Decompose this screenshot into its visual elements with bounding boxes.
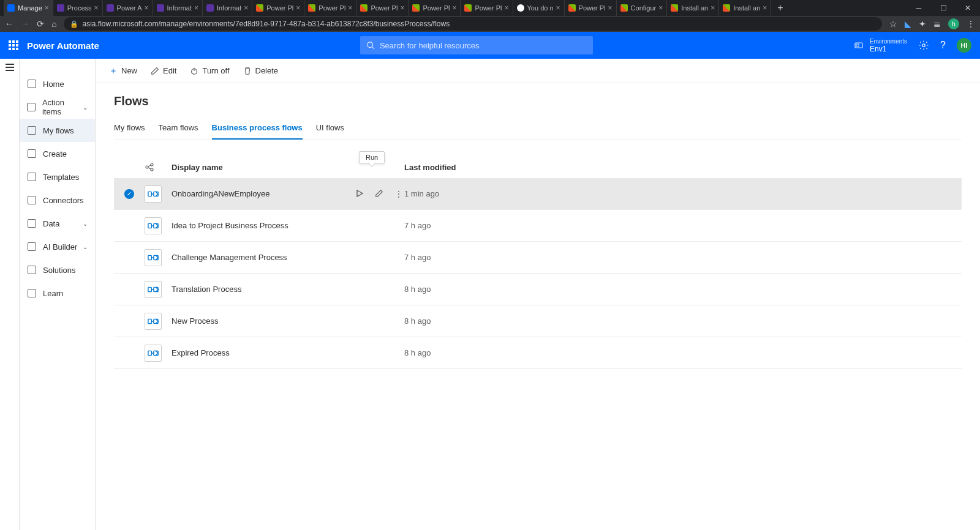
- browser-tab[interactable]: Install an×: [719, 0, 771, 16]
- sidebar-item-solutions[interactable]: Solutions: [20, 258, 95, 282]
- browser-tab[interactable]: Informat×: [203, 0, 252, 16]
- browser-tab[interactable]: Process×: [53, 0, 103, 16]
- browser-tab[interactable]: Configur×: [617, 0, 668, 16]
- user-avatar[interactable]: HI: [957, 38, 971, 53]
- col-select-all[interactable]: [145, 162, 172, 172]
- tab-close-icon[interactable]: ×: [505, 4, 509, 12]
- new-tab-button[interactable]: +: [771, 2, 789, 13]
- row-type-icon: [145, 313, 172, 330]
- tab-favicon-icon: [464, 4, 472, 12]
- tab-close-icon[interactable]: ×: [763, 4, 767, 12]
- sidebar-item-templates[interactable]: Templates: [20, 165, 95, 188]
- row-modified: 8 h ago: [404, 285, 431, 294]
- tab-close-icon[interactable]: ×: [194, 4, 198, 12]
- settings-gear-icon[interactable]: [918, 40, 929, 51]
- command-bar: ＋ New Edit Turn off Delete: [96, 59, 980, 83]
- tab-close-icon[interactable]: ×: [608, 4, 612, 12]
- browser-tab[interactable]: Power Pl×: [461, 0, 513, 16]
- browser-tab[interactable]: Informat×: [153, 0, 203, 16]
- plus-icon: ＋: [109, 65, 118, 77]
- browser-tab[interactable]: Power Pl×: [356, 0, 409, 16]
- cmd-new[interactable]: ＋ New: [109, 65, 137, 77]
- nav-reload-icon[interactable]: ⟳: [37, 19, 44, 29]
- pivot-tabs: My flowsTeam flowsBusiness process flows…: [114, 119, 962, 140]
- table-row[interactable]: Challenge Management Process⋮7 h ago: [114, 242, 962, 274]
- tab-close-icon[interactable]: ×: [710, 4, 715, 12]
- row-name[interactable]: Challenge Management Process: [172, 253, 355, 262]
- tab-close-icon[interactable]: ×: [400, 4, 404, 12]
- tab-ui-flows[interactable]: UI flows: [316, 119, 344, 140]
- more-icon[interactable]: ⋮: [394, 189, 403, 199]
- cmd-edit[interactable]: Edit: [151, 66, 176, 75]
- browser-tab[interactable]: Power Pl×: [409, 0, 461, 16]
- extensions-icon[interactable]: ✦: [919, 19, 926, 29]
- search-input[interactable]: [380, 41, 587, 50]
- tab-close-icon[interactable]: ×: [348, 4, 352, 12]
- edit-icon[interactable]: [375, 189, 383, 199]
- row-name[interactable]: Translation Process: [172, 285, 355, 294]
- table-row[interactable]: Expired Process⋮8 h ago: [114, 337, 962, 369]
- table-row[interactable]: New Process⋮8 h ago: [114, 305, 962, 337]
- run-icon[interactable]: [355, 189, 364, 199]
- header-search[interactable]: [360, 36, 593, 54]
- environment-picker[interactable]: Environments Env1: [870, 38, 907, 53]
- extension-tag-icon[interactable]: ◣: [905, 19, 911, 29]
- row-name[interactable]: Idea to Project Business Process: [172, 221, 355, 230]
- sidebar-item-data[interactable]: Data⌄: [20, 212, 95, 235]
- hamburger-icon[interactable]: [6, 64, 14, 71]
- tab-close-icon[interactable]: ×: [94, 4, 99, 12]
- row-modified: 7 h ago: [404, 221, 431, 230]
- sidebar-item-ai-builder[interactable]: AI Builder⌄: [20, 235, 95, 258]
- tab-title: Configur: [631, 4, 657, 12]
- tab-close-icon[interactable]: ×: [145, 4, 149, 12]
- table-row[interactable]: Translation Process⋮8 h ago: [114, 274, 962, 305]
- browser-tab[interactable]: Manage×: [4, 0, 53, 16]
- bookmark-star-icon[interactable]: ☆: [889, 19, 897, 29]
- window-minimize[interactable]: ─: [907, 0, 931, 16]
- cmd-turnoff[interactable]: Turn off: [190, 66, 229, 75]
- sidebar-item-my-flows[interactable]: My flows: [20, 119, 95, 142]
- tab-team-flows[interactable]: Team flows: [159, 119, 198, 140]
- browser-tab[interactable]: Power A×: [103, 0, 153, 16]
- browser-tab[interactable]: Power Pl×: [304, 0, 356, 16]
- tab-close-icon[interactable]: ×: [556, 4, 560, 12]
- row-name[interactable]: OnboardingANewEmployee: [172, 189, 355, 198]
- table-row[interactable]: ✓OnboardingANewEmployee⋮1 min ago: [114, 178, 962, 210]
- help-icon[interactable]: ?: [940, 40, 946, 51]
- nav-back-icon[interactable]: ←: [5, 19, 13, 29]
- tab-business-process-flows[interactable]: Business process flows: [212, 119, 303, 140]
- browser-tab[interactable]: Power Pl×: [252, 0, 304, 16]
- browser-tab[interactable]: Install an×: [667, 0, 719, 16]
- sidebar-item-learn[interactable]: Learn: [20, 282, 95, 305]
- browser-tab[interactable]: Power Pl×: [565, 0, 617, 16]
- tab-title: Power Pl: [266, 4, 293, 12]
- url-bar[interactable]: 🔒 asia.flow.microsoft.com/manage/environ…: [64, 17, 882, 31]
- tab-close-icon[interactable]: ×: [45, 4, 49, 12]
- cmd-delete[interactable]: Delete: [243, 66, 279, 75]
- app-launcher-icon[interactable]: [0, 32, 27, 59]
- window-close[interactable]: ✕: [956, 0, 980, 16]
- row-name[interactable]: New Process: [172, 316, 355, 326]
- browser-tab[interactable]: You do n×: [513, 0, 565, 16]
- row-name[interactable]: Expired Process: [172, 348, 355, 357]
- browser-menu-icon[interactable]: ⋮: [967, 19, 975, 29]
- tab-close-icon[interactable]: ×: [244, 4, 248, 12]
- reading-list-icon[interactable]: ≣: [933, 19, 941, 29]
- bpf-icon: [145, 281, 162, 298]
- sidebar-item-home[interactable]: Home: [20, 72, 95, 95]
- tab-close-icon[interactable]: ×: [452, 4, 456, 12]
- col-last-modified[interactable]: Last modified: [404, 163, 456, 172]
- tab-close-icon[interactable]: ×: [296, 4, 300, 12]
- sidebar-item-create[interactable]: Create: [20, 142, 95, 165]
- tab-close-icon[interactable]: ×: [658, 4, 663, 12]
- nav-home-icon[interactable]: ⌂: [51, 19, 56, 29]
- sidebar-item-action-items[interactable]: Action items⌄: [20, 95, 95, 119]
- row-type-icon: [145, 217, 172, 234]
- window-maximize[interactable]: ☐: [931, 0, 956, 16]
- sidebar-toggle-rail: [0, 59, 20, 530]
- sidebar-item-connectors[interactable]: Connectors: [20, 188, 95, 212]
- row-checkbox[interactable]: ✓: [114, 189, 145, 199]
- browser-profile-avatar[interactable]: h: [948, 18, 959, 29]
- table-row[interactable]: Idea to Project Business Process⋮7 h ago: [114, 210, 962, 242]
- tab-my-flows[interactable]: My flows: [114, 119, 145, 140]
